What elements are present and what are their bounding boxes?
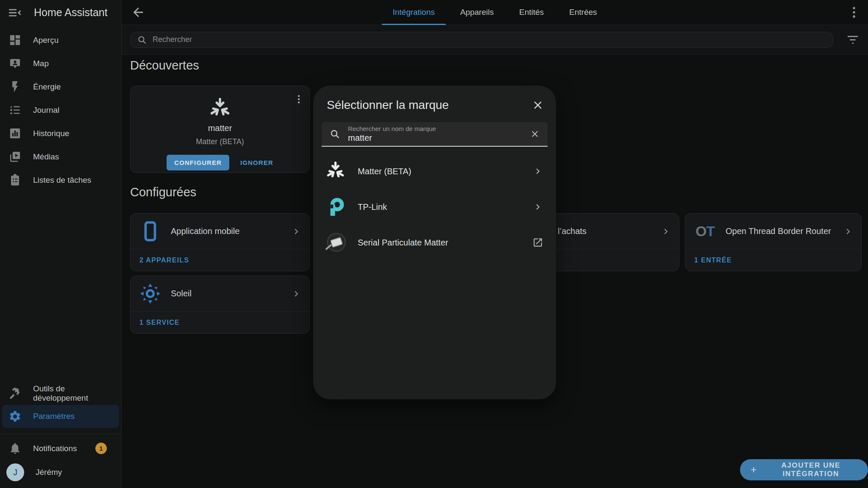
otbr-logo: OT — [694, 220, 716, 243]
search-toolbar — [122, 25, 868, 55]
tab-label: Entrées — [569, 8, 597, 17]
bell-icon — [8, 442, 22, 455]
integration-card-application-mobile: Application mobile 2 APPAREILS — [130, 213, 310, 271]
chevron-right-icon — [660, 226, 671, 237]
sidebar-item-journal[interactable]: Journal — [0, 98, 121, 122]
brand-item-tplink[interactable]: TP-Link — [313, 189, 556, 225]
configure-button[interactable]: CONFIGURER — [167, 155, 229, 170]
clipboard-list-icon — [8, 173, 22, 187]
clear-search-icon[interactable] — [530, 129, 540, 139]
tab-label: Appareils — [460, 8, 494, 17]
discovery-actions: CONFIGURER IGNORER — [167, 155, 273, 170]
card-header[interactable]: Application mobile — [131, 214, 309, 249]
sidebar-item-label: Aperçu — [33, 36, 58, 45]
search-bar[interactable] — [130, 32, 833, 48]
sidebar-item-label: Médias — [33, 152, 59, 162]
sidebar-item-medias[interactable]: Médias — [0, 145, 121, 168]
configured-section-title: Configurées — [130, 185, 196, 199]
sidebar-item-apercu[interactable]: Aperçu — [0, 28, 121, 52]
gear-icon — [8, 410, 22, 423]
brand-name: Matter (BETA) — [358, 167, 521, 176]
tab-entrees[interactable]: Entrées — [556, 0, 609, 25]
devices-count-link[interactable]: 2 APPAREILS — [139, 257, 189, 264]
chevron-right-icon — [532, 201, 543, 212]
sidebar-item-settings[interactable]: Paramètres — [2, 405, 119, 428]
filter-icon[interactable] — [846, 33, 860, 47]
brand-item-matter[interactable]: Matter (BETA) — [313, 153, 556, 189]
sidebar-item-energie[interactable]: Énergie — [0, 75, 121, 98]
dialog-title: Sélectionner la marque — [327, 98, 449, 112]
matter-logo-icon — [207, 96, 233, 122]
add-integration-button[interactable]: AJOUTER UNE INTÉGRATION — [740, 459, 868, 480]
header-tabs: Intégrations Appareils Entités Entrées — [380, 0, 609, 25]
chevron-right-icon — [843, 226, 854, 237]
chevron-right-icon — [291, 288, 302, 299]
sidebar-item-user[interactable]: J Jérémy — [0, 460, 121, 485]
discovered-section-title: Découvertes — [130, 59, 199, 73]
search-input[interactable] — [153, 35, 826, 44]
back-arrow-icon[interactable] — [131, 5, 145, 20]
search-icon — [329, 128, 340, 139]
entries-count-link[interactable]: 1 ENTRÉE — [694, 257, 732, 264]
sidebar-item-label: Énergie — [33, 82, 61, 92]
plus-icon — [749, 464, 758, 475]
chevron-right-icon — [291, 226, 302, 237]
integration-card-otbr: OT Open Thread Border Router 1 ENTRÉE — [685, 213, 862, 271]
card-footer: 2 APPAREILS — [131, 249, 309, 271]
sidebar-item-label: Paramètres — [33, 412, 75, 421]
card-kebab-icon[interactable] — [292, 93, 305, 106]
brand-search-field[interactable]: Rechercher un nom de marque — [322, 122, 548, 147]
integration-name: Open Thread Border Router — [726, 226, 833, 236]
sidebar-toggle-icon[interactable] — [8, 6, 22, 20]
discovery-name: matter — [208, 123, 232, 133]
brand-item-serial-particulate-matter[interactable]: Serial Particulate Matter — [313, 225, 556, 260]
format-list-icon — [8, 103, 22, 117]
sidebar-item-notifications[interactable]: Notifications 1 — [0, 437, 121, 460]
search-icon — [137, 35, 147, 45]
sidebar-item-listes-de-taches[interactable]: Listes de tâches — [0, 168, 121, 192]
sidebar-item-label: Map — [33, 59, 49, 68]
user-name: Jérémy — [36, 468, 62, 477]
sidebar-item-label: Outils de développement — [33, 384, 121, 403]
services-count-link[interactable]: 1 SERVICE — [139, 319, 180, 326]
sidebar-divider — [0, 434, 121, 434]
card-header[interactable]: OT Open Thread Border Router — [685, 214, 861, 249]
sidebar-item-historique[interactable]: Historique — [0, 122, 121, 145]
discovery-brand: Matter (BETA) — [196, 137, 244, 146]
brand-search-input[interactable] — [348, 133, 522, 143]
tplink-logo-icon — [324, 196, 347, 218]
card-header[interactable]: Soleil — [131, 276, 309, 312]
serial-sensor-photo-icon — [324, 231, 347, 254]
lightning-bolt-icon — [8, 80, 22, 93]
sidebar-nav: Aperçu Map Énergie Journal Historique Mé… — [0, 25, 121, 382]
integration-name: l’achats — [558, 226, 651, 236]
hammer-icon — [8, 387, 22, 400]
fab-label: AJOUTER UNE INTÉGRATION — [765, 461, 857, 478]
tab-appareils[interactable]: Appareils — [448, 0, 506, 25]
tab-integrations[interactable]: Intégrations — [380, 0, 447, 25]
tab-entites[interactable]: Entités — [506, 0, 556, 25]
otbr-logo-o: O — [696, 223, 706, 240]
tab-label: Entités — [519, 8, 544, 17]
ignore-button[interactable]: IGNORER — [240, 159, 273, 166]
sidebar-item-devtools[interactable]: Outils de développement — [0, 382, 121, 405]
dialog-header: Sélectionner la marque — [313, 86, 556, 112]
sidebar-item-label: Notifications — [33, 444, 77, 453]
select-brand-dialog: Sélectionner la marque Rechercher un nom… — [313, 86, 556, 399]
sidebar-header: Home Assistant — [0, 0, 121, 25]
open-in-new-icon — [532, 237, 543, 248]
chart-box-icon — [8, 127, 22, 140]
brand-list: Matter (BETA) TP-Link Serial Particulate… — [313, 153, 556, 260]
notification-badge: 1 — [95, 443, 107, 454]
sidebar-item-label: Listes de tâches — [33, 176, 91, 185]
discovery-card-matter: matter Matter (BETA) CONFIGURER IGNORER — [130, 86, 310, 173]
sidebar-item-map[interactable]: Map — [0, 52, 121, 75]
kebab-menu-icon[interactable] — [847, 5, 861, 20]
close-icon[interactable] — [531, 99, 544, 112]
sidebar-item-label: Historique — [33, 129, 70, 138]
sidebar: Home Assistant Aperçu Map Énergie Journa… — [0, 0, 122, 488]
integration-card-soleil: Soleil 1 SERVICE — [130, 276, 310, 334]
tab-label: Intégrations — [392, 8, 434, 17]
home-assistant-app: Home Assistant Aperçu Map Énergie Journa… — [0, 0, 868, 488]
card-footer: 1 ENTRÉE — [685, 249, 861, 271]
